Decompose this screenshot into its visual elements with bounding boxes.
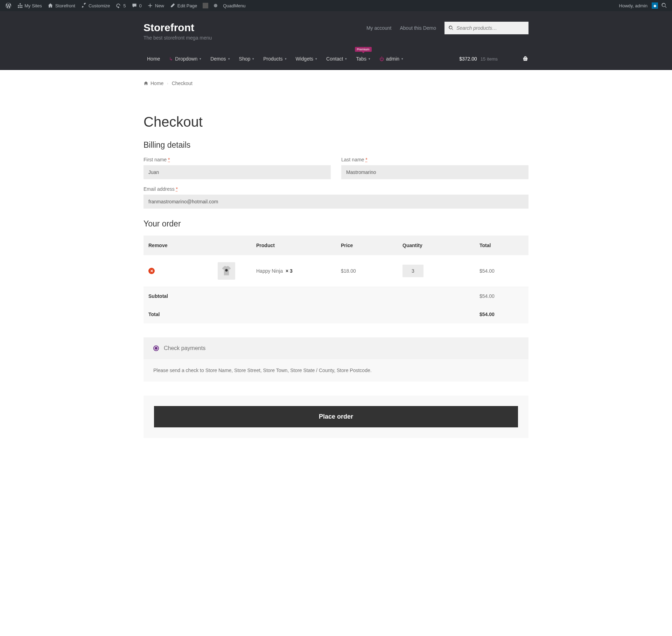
nav-widgets[interactable]: Widgets▾ xyxy=(292,53,321,64)
about-demo-link[interactable]: About this Demo xyxy=(400,25,436,31)
nav-shop[interactable]: Shop▾ xyxy=(236,53,258,64)
chevron-down-icon: ▾ xyxy=(369,57,370,61)
search-icon xyxy=(449,26,454,30)
nav-dropdown[interactable]: ↳ Dropdown ▾ xyxy=(166,53,205,64)
breadcrumb: Home › Checkout xyxy=(144,81,528,86)
email-field[interactable] xyxy=(144,195,528,209)
status-dot[interactable] xyxy=(211,0,220,11)
edit-page-label: Edit Page xyxy=(177,3,197,8)
first-name-field-wrap: First name * xyxy=(144,157,331,179)
yoast-link[interactable] xyxy=(200,0,211,11)
search-input[interactable] xyxy=(456,25,524,31)
howdy-link[interactable]: Howdy, admin xyxy=(616,0,650,11)
grey-dot-icon xyxy=(214,4,217,7)
new-label: New xyxy=(155,3,164,8)
radio-selected-icon xyxy=(153,345,159,351)
my-sites-label: My Sites xyxy=(24,3,42,8)
product-thumbnail[interactable] xyxy=(218,262,235,280)
col-qty: Quantity xyxy=(398,236,475,255)
nav-demos[interactable]: Demos▾ xyxy=(207,53,233,64)
site-link[interactable]: Storefront xyxy=(45,0,78,11)
network-icon xyxy=(17,3,22,8)
chevron-down-icon: ▾ xyxy=(315,57,317,61)
customize-label: Customize xyxy=(89,3,110,8)
svg-point-0 xyxy=(225,269,227,272)
power-icon: ⏻ xyxy=(379,56,384,62)
payment-method-label: Check payments xyxy=(164,345,205,351)
my-account-link[interactable]: My account xyxy=(366,25,392,31)
home-icon xyxy=(48,3,53,8)
chevron-down-icon: ▾ xyxy=(345,57,347,61)
my-sites-link[interactable]: My Sites xyxy=(14,0,45,11)
subtotal-label: Subtotal xyxy=(144,287,475,306)
order-table: Remove Product Price Quantity Total ✕ xyxy=(144,236,528,323)
nav-contact[interactable]: Contact▾ xyxy=(323,53,350,64)
home-icon xyxy=(144,81,148,86)
site-label: Storefront xyxy=(55,3,75,8)
cart-link[interactable]: $372.00 15 items xyxy=(459,56,528,62)
brush-icon xyxy=(81,3,86,8)
dismiss-icon: ◆ xyxy=(652,2,658,9)
nav-admin[interactable]: ⏻ admin ▾ xyxy=(376,53,407,64)
search-toggle[interactable] xyxy=(659,0,669,11)
payment-method-check[interactable]: Check payments xyxy=(153,345,519,351)
payment-description: Please send a check to Store Name, Store… xyxy=(144,359,528,382)
nav-products[interactable]: Products▾ xyxy=(260,53,290,64)
remove-item-button[interactable]: ✕ xyxy=(148,268,155,274)
col-product: Product xyxy=(251,236,336,255)
place-order-button[interactable]: Place order xyxy=(154,406,518,427)
plus-icon xyxy=(147,3,153,8)
first-name-label: First name * xyxy=(144,157,331,162)
quadmenu-link[interactable]: QuadMenu xyxy=(220,0,248,11)
main-nav: Home ↳ Dropdown ▾ Demos▾ Shop▾ Products▾… xyxy=(144,48,528,70)
payment-method-box: Check payments xyxy=(144,337,528,359)
wordpress-icon xyxy=(6,3,11,8)
edit-page-link[interactable]: Edit Page xyxy=(167,0,200,11)
level-down-icon: ↳ xyxy=(169,56,173,62)
col-total: Total xyxy=(475,236,528,255)
updates-count: 5 xyxy=(123,3,126,8)
dismiss-badge[interactable]: ◆ xyxy=(650,0,659,11)
quantity-input[interactable] xyxy=(402,265,424,277)
updates-link[interactable]: 5 xyxy=(113,0,128,11)
product-name[interactable]: Happy Ninja xyxy=(256,268,283,274)
nav-home[interactable]: Home xyxy=(144,53,163,64)
col-thumb xyxy=(213,236,251,255)
comments-count: 0 xyxy=(139,3,142,8)
new-link[interactable]: New xyxy=(145,0,167,11)
col-remove: Remove xyxy=(144,236,213,255)
billing-title: Billing details xyxy=(144,140,528,150)
product-price: $18.00 xyxy=(336,255,398,287)
customize-link[interactable]: Customize xyxy=(78,0,113,11)
yoast-icon xyxy=(203,3,208,8)
page-title: Checkout xyxy=(144,114,528,130)
place-order-wrap: Place order xyxy=(144,396,528,438)
chevron-down-icon: ▾ xyxy=(200,57,201,61)
total-label: Total xyxy=(144,305,475,323)
howdy-label: Howdy, admin xyxy=(619,3,648,8)
breadcrumb-home[interactable]: Home xyxy=(144,81,163,86)
refresh-icon xyxy=(115,3,121,8)
site-branding: Storefront The best storefront mega menu xyxy=(144,22,212,41)
comment-icon xyxy=(132,3,137,8)
last-name-field-wrap: Last name * xyxy=(341,157,528,179)
last-name-field[interactable] xyxy=(341,165,528,179)
chevron-down-icon: ▾ xyxy=(401,57,403,61)
cart-items-count: 15 items xyxy=(481,56,498,62)
product-name-cell: Happy Ninja × 3 xyxy=(251,255,336,287)
product-line-total: $54.00 xyxy=(475,255,528,287)
chevron-down-icon: ▾ xyxy=(285,57,287,61)
email-field-wrap: Email address * xyxy=(144,186,528,209)
site-title[interactable]: Storefront xyxy=(144,22,212,34)
product-search[interactable] xyxy=(444,22,528,34)
first-name-field[interactable] xyxy=(144,165,331,179)
nav-tabs[interactable]: Premium Tabs ▾ xyxy=(352,53,374,64)
wp-logo[interactable] xyxy=(3,0,14,11)
chevron-down-icon: ▾ xyxy=(252,57,254,61)
comments-link[interactable]: 0 xyxy=(129,0,145,11)
subtotal-value: $54.00 xyxy=(475,287,528,306)
order-title: Your order xyxy=(144,219,528,229)
table-row: ✕ Happy Ninja × 3 $18.00 $54.00 xyxy=(144,255,528,287)
site-tagline: The best storefront mega menu xyxy=(144,35,212,41)
basket-icon xyxy=(522,56,528,62)
